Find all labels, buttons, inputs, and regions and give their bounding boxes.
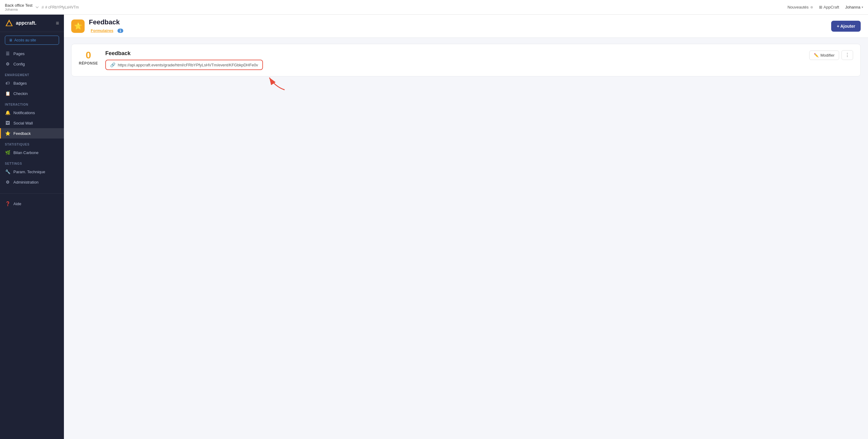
acces-au-site-button[interactable]: 🖥 Accès au site [5, 36, 59, 45]
sidebar-item-badges[interactable]: 🏷 Badges [0, 78, 64, 88]
sidebar-item-bilan-carbone-label: Bilan Carbone [13, 150, 38, 155]
page-icon-box: ⭐ [71, 20, 85, 33]
social-wall-icon: 🖼 [5, 121, 10, 125]
section-interaction: INTERACTION [0, 99, 64, 108]
sidebar-item-bilan-carbone[interactable]: 🌿 Bilan Carbone [0, 147, 64, 158]
sidebar-item-checkin[interactable]: 📋 Checkin [0, 88, 64, 99]
annotation-arrow [260, 71, 288, 94]
config-icon: ⚙ [5, 61, 10, 66]
page-title-area: Feedback Formulaires 1 [89, 18, 123, 34]
edit-icon: ✏️ [814, 53, 819, 58]
feedback-icon: ⭐ [5, 131, 10, 136]
param-technique-icon: 🔧 [5, 169, 10, 174]
nouveautes-dot [810, 6, 813, 8]
notifications-icon: 🔔 [5, 110, 10, 115]
sidebar-item-config-label: Config [13, 62, 25, 66]
sidebar-item-administration[interactable]: ⚙ Administration [0, 177, 64, 187]
main: ⭐ Feedback Formulaires 1 + Ajouter 0 RÉP… [64, 14, 868, 439]
card-actions: ✏️ Modifier ⋮ [809, 50, 853, 60]
content-area: 0 RÉPONSE Feedback 🔗 https://api.appcraf… [64, 38, 868, 439]
sidebar-item-config[interactable]: ⚙ Config [0, 59, 64, 69]
sidebar-item-badges-label: Badges [13, 81, 27, 86]
sidebar-logo: appcraft. [5, 19, 36, 27]
section-settings: SETTINGS [0, 158, 64, 167]
modifier-button[interactable]: ✏️ Modifier [809, 51, 839, 60]
page-star-icon: ⭐ [74, 22, 82, 30]
topbar-left: Back office Test Johanna # # cFRbYPfyLsH… [5, 3, 784, 11]
appcraft-logo-icon [5, 19, 13, 27]
feedback-url[interactable]: https://api.appcraft.events/grade/html/c… [118, 63, 258, 67]
feedback-card: 0 RÉPONSE Feedback 🔗 https://api.appcraf… [71, 44, 861, 77]
sidebar-bottom: ❓ Aide [0, 193, 64, 209]
logo-text: appcraft. [16, 20, 36, 26]
feedback-url-box: 🔗 https://api.appcraft.events/grade/html… [105, 60, 263, 70]
monitor-icon: 🖥 [9, 38, 12, 42]
link-icon: 🔗 [110, 62, 115, 67]
feedback-name: Feedback [105, 50, 802, 57]
topbar-nouveautes: Nouveautés [787, 5, 813, 9]
red-arrow-svg [260, 71, 288, 93]
sidebar-item-aide[interactable]: ❓ Aide [0, 199, 64, 209]
topbar-appcraft: ⊞ AppCraft [819, 5, 839, 9]
more-options-button[interactable]: ⋮ [841, 50, 853, 60]
sidebar-item-pages-label: Pages [13, 52, 25, 56]
sidebar-item-social-wall-label: Social Wall [13, 121, 33, 125]
sidebar-item-pages[interactable]: ☰ Pages [0, 49, 64, 59]
bilan-carbone-icon: 🌿 [5, 150, 10, 155]
topbar-user[interactable]: Johanna ▾ [845, 5, 863, 9]
topbar: Back office Test Johanna # # cFRbYPfyLsH… [0, 0, 868, 14]
page-header-left: ⭐ Feedback Formulaires 1 [71, 18, 123, 34]
topbar-app-info: Back office Test Johanna [5, 3, 33, 11]
sidebar-item-administration-label: Administration [13, 180, 38, 184]
topbar-right: Nouveautés ⊞ AppCraft Johanna ▾ [787, 5, 863, 9]
response-count-area: 0 RÉPONSE [79, 50, 98, 65]
sidebar-item-notifications-label: Notifications [13, 111, 35, 115]
tab-formulaires[interactable]: Formulaires [89, 27, 115, 34]
aide-icon: ❓ [5, 201, 10, 206]
page-tabs: Formulaires 1 [89, 27, 123, 34]
sidebar-logo-area: appcraft. ≡ [0, 14, 64, 32]
topbar-app-name: Back office Test [5, 3, 33, 8]
topbar-hash: # # cFRbYPfyLsHVTm [42, 5, 79, 10]
feedback-info: Feedback 🔗 https://api.appcraft.events/g… [105, 50, 802, 70]
section-statistiques: STATISTIQUES [0, 139, 64, 147]
topbar-app-sub: Johanna [5, 8, 33, 11]
sidebar-item-feedback-label: Feedback [13, 131, 31, 136]
sidebar: appcraft. ≡ 🖥 Accès au site ☰ Pages ⚙ Co… [0, 14, 64, 439]
badges-icon: 🏷 [5, 81, 10, 86]
section-emargement: EMARGEMENT [0, 69, 64, 78]
layout: appcraft. ≡ 🖥 Accès au site ☰ Pages ⚙ Co… [0, 14, 868, 439]
sidebar-item-param-technique-label: Param. Technique [13, 170, 45, 174]
sidebar-item-aide-label: Aide [13, 202, 21, 206]
add-button[interactable]: + Ajouter [831, 21, 861, 32]
page-header: ⭐ Feedback Formulaires 1 + Ajouter [64, 14, 868, 38]
user-chevron-icon: ▾ [862, 5, 863, 9]
sidebar-item-social-wall[interactable]: 🖼 Social Wall [0, 118, 64, 128]
sidebar-item-param-technique[interactable]: 🔧 Param. Technique [0, 167, 64, 177]
response-count: 0 [79, 50, 98, 60]
dropdown-icon[interactable] [35, 5, 39, 9]
checkin-icon: 📋 [5, 91, 10, 96]
sidebar-item-notifications[interactable]: 🔔 Notifications [0, 108, 64, 118]
tab-formulaires-badge: 1 [118, 29, 123, 33]
pages-icon: ☰ [5, 51, 10, 56]
sidebar-item-checkin-label: Checkin [13, 91, 28, 96]
sidebar-item-feedback[interactable]: ⭐ Feedback [0, 128, 64, 139]
hamburger-icon[interactable]: ≡ [56, 20, 59, 27]
administration-icon: ⚙ [5, 180, 10, 184]
page-title: Feedback [89, 18, 123, 26]
response-label: RÉPONSE [79, 61, 98, 65]
